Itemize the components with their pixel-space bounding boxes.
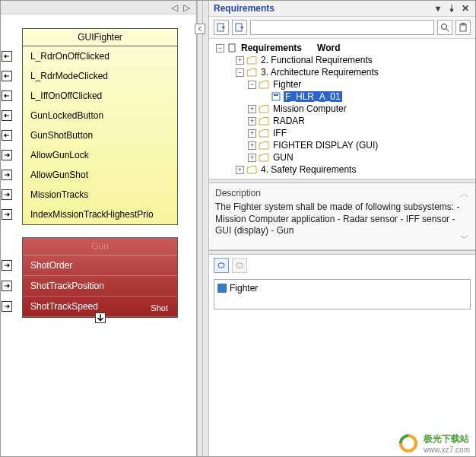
gun-port-row[interactable]: ShotOrder xyxy=(23,255,177,276)
import-button[interactable] xyxy=(214,20,229,35)
port-arrow-icon[interactable] xyxy=(2,189,12,200)
folder-icon xyxy=(259,116,269,125)
tree-row[interactable]: +4. Safety Requirements xyxy=(211,163,474,176)
link-active-button[interactable] xyxy=(214,258,229,273)
gui-block-title: GUIFighter xyxy=(23,29,177,46)
gun-block[interactable]: Gun ShotOrderShotTrackPositionShotTrackS… xyxy=(22,237,178,318)
requirements-tree[interactable]: − Requirements Word +2. Functional Requi… xyxy=(209,39,475,179)
port-label: GunLockedButton xyxy=(30,110,103,121)
export-button[interactable] xyxy=(232,20,247,35)
tree-label: GUN xyxy=(271,152,295,163)
gui-port-row[interactable]: L_IffOnOffClicked xyxy=(23,86,177,106)
port-label: ShotTrackSpeed xyxy=(30,301,98,312)
port-arrow-icon[interactable] xyxy=(2,260,12,271)
gui-port-row[interactable]: IndexMissionTrackHighestPrio xyxy=(23,205,177,224)
tree-expander[interactable]: − xyxy=(248,81,256,89)
port-arrow-icon[interactable] xyxy=(2,71,12,81)
tree-row[interactable]: −Fighter xyxy=(211,78,474,90)
gui-port-row[interactable]: GunShotButton xyxy=(23,125,177,145)
port-label: GunShotButton xyxy=(30,130,93,141)
folder-icon xyxy=(259,104,269,113)
clipboard-button[interactable] xyxy=(455,20,471,35)
tree-header-row: − Requirements Word xyxy=(211,42,474,54)
tree-label: F_HLR_A_01 xyxy=(284,91,342,102)
tree-expander[interactable]: − xyxy=(236,68,244,77)
gun-bottom-port[interactable] xyxy=(95,313,106,323)
panel-title-text: Requirements xyxy=(214,3,274,14)
gui-port-row[interactable]: L_RdrModeClicked xyxy=(23,66,177,86)
splitter-collapse-icon[interactable] xyxy=(195,24,205,34)
description-section: ︿ Description The Fighter system shall b… xyxy=(209,183,475,250)
gui-port-row[interactable]: L_RdrOnOffClicked xyxy=(23,46,177,66)
tree-expander[interactable]: + xyxy=(248,141,256,150)
tree-row[interactable]: +RADAR xyxy=(211,115,474,127)
watermark-logo-icon xyxy=(398,433,419,454)
gun-block-title: Gun xyxy=(23,238,177,255)
tree-expander[interactable]: + xyxy=(248,154,256,162)
watermark-sub: www.xz7.com xyxy=(424,446,470,454)
tree-expander[interactable]: + xyxy=(248,105,256,113)
link-item[interactable]: Fighter xyxy=(217,283,467,294)
gui-fighter-block[interactable]: GUIFighter L_RdrOnOffClickedL_RdrModeCli… xyxy=(22,28,178,225)
port-arrow-icon[interactable] xyxy=(2,281,12,291)
description-body: The Fighter system shall be made of foll… xyxy=(215,200,469,245)
port-arrow-icon[interactable] xyxy=(2,110,12,121)
link-list[interactable]: Fighter xyxy=(214,279,471,309)
tree-row[interactable]: +2. Functional Requirements xyxy=(211,54,474,66)
tree-expander[interactable]: + xyxy=(236,56,244,65)
gun-port-row[interactable]: ShotTrackPosition xyxy=(23,276,177,297)
tree-expander[interactable]: + xyxy=(236,166,244,174)
port-arrow-icon[interactable] xyxy=(2,130,12,141)
search-button[interactable] xyxy=(437,20,452,35)
tree-row[interactable]: F_HLR_A_01 xyxy=(211,90,474,103)
folder-icon xyxy=(259,129,269,138)
tree-label: FIGHTER DISPLAY (GUI) xyxy=(271,140,379,151)
port-arrow-icon[interactable] xyxy=(2,90,12,101)
tree-row[interactable]: +FIGHTER DISPLAY (GUI) xyxy=(211,139,474,151)
tree-row[interactable]: +GUN xyxy=(211,151,474,163)
description-title: Description xyxy=(215,188,469,198)
link-toolbar xyxy=(209,255,475,276)
gui-port-row[interactable]: AllowGunLock xyxy=(23,145,177,165)
tree-label: RADAR xyxy=(271,116,306,126)
requirements-panel: Requirements ▾ ✕ − Re xyxy=(209,1,475,456)
tree-row[interactable]: −3. Architecture Requirements xyxy=(211,66,474,78)
tree-row[interactable]: +Mission Computer xyxy=(211,103,474,115)
gui-port-row[interactable]: AllowGunShot xyxy=(23,165,177,185)
nav-left-icon[interactable]: ◁ xyxy=(170,4,178,11)
pin-icon[interactable] xyxy=(446,3,457,14)
port-arrow-icon[interactable] xyxy=(2,209,12,220)
folder-icon xyxy=(259,141,269,150)
svg-rect-5 xyxy=(229,44,235,52)
svg-rect-7 xyxy=(274,94,278,96)
scroll-down-icon[interactable]: ﹀ xyxy=(460,232,469,245)
link-disabled-button[interactable] xyxy=(232,258,247,273)
nav-right-icon[interactable]: ▷ xyxy=(182,4,190,11)
port-label: MissionTracks xyxy=(30,189,88,200)
port-arrow-icon[interactable] xyxy=(2,150,12,160)
link-item-icon xyxy=(217,284,227,293)
port-label: AllowGunShot xyxy=(30,170,88,180)
tree-label: Fighter xyxy=(271,79,303,90)
panel-titlebar: Requirements ▾ ✕ xyxy=(209,1,475,17)
scroll-up-icon[interactable]: ︿ xyxy=(460,188,469,201)
gui-port-row[interactable]: MissionTracks xyxy=(23,185,177,205)
close-icon[interactable]: ✕ xyxy=(460,3,471,14)
tree-expander[interactable]: + xyxy=(248,117,256,125)
port-arrow-icon[interactable] xyxy=(2,51,12,62)
dropdown-icon[interactable]: ▾ xyxy=(433,3,443,14)
link-item-label: Fighter xyxy=(230,283,258,294)
port-arrow-icon[interactable] xyxy=(2,301,12,312)
tree-row[interactable]: +IFF xyxy=(211,127,474,139)
port-arrow-icon[interactable] xyxy=(2,170,12,180)
gutter-strip xyxy=(203,1,209,456)
gui-port-row[interactable]: GunLockedButton xyxy=(23,106,177,125)
requirements-toolbar xyxy=(209,17,475,39)
svg-rect-6 xyxy=(272,93,280,100)
diagram-canvas[interactable]: GUIFighter L_RdrOnOffClickedL_RdrModeCli… xyxy=(1,14,196,456)
vertical-splitter[interactable] xyxy=(197,1,203,456)
root-expander[interactable]: − xyxy=(216,44,224,52)
search-input[interactable] xyxy=(250,20,434,35)
tree-expander[interactable]: + xyxy=(248,129,256,138)
doc-icon xyxy=(227,43,237,52)
